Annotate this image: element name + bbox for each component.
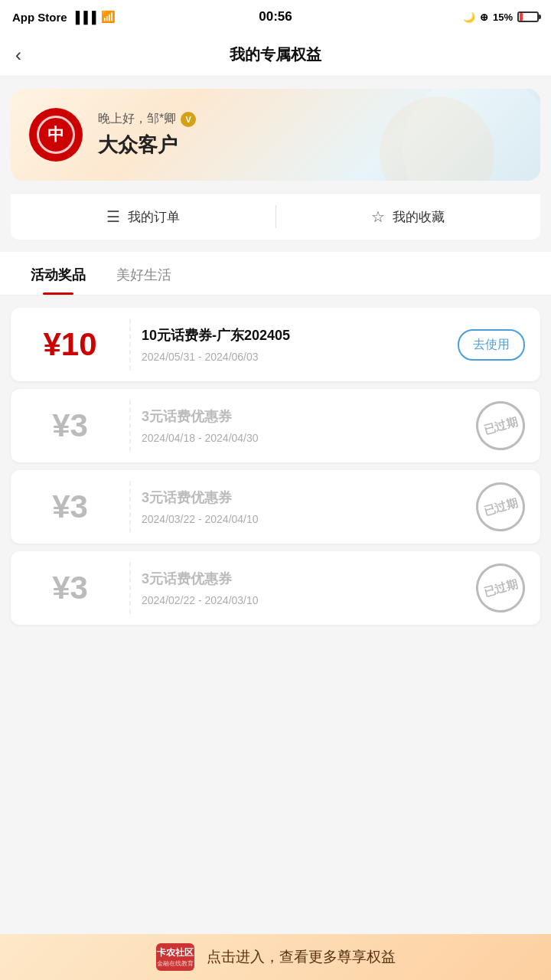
greeting-text: 晚上好，邹*卿 xyxy=(98,111,176,127)
amount-value-3: ¥3 xyxy=(52,488,88,525)
amount-value-1: ¥10 xyxy=(43,326,96,363)
status-time: 00:56 xyxy=(259,9,292,24)
bank-logo: 中 xyxy=(29,108,83,162)
expired-stamp-4: 已过期 xyxy=(471,558,530,618)
status-bar: App Store ▐▐▐ 📶 00:56 🌙 ⊕ 15% xyxy=(0,0,551,34)
user-level: 大众客户 xyxy=(98,132,196,158)
favorites-icon: ☆ xyxy=(371,207,385,226)
location-icon: ⊕ xyxy=(480,11,488,23)
status-right: 🌙 ⊕ 15% xyxy=(463,11,539,23)
orders-button[interactable]: ☰ 我的订单 xyxy=(11,194,276,240)
coupon-amount-4: ¥3 xyxy=(11,551,129,625)
signal-icon: ▐▐▐ xyxy=(72,11,96,24)
use-button-1[interactable]: 去使用 xyxy=(458,329,525,361)
battery-icon xyxy=(517,11,539,22)
quick-actions: ☰ 我的订单 ☆ 我的收藏 xyxy=(11,193,540,240)
nav-bar: ‹ 我的专属权益 xyxy=(0,34,551,77)
banner-logo-bottom: 金融在线教育 xyxy=(157,959,194,968)
coupon-name-1: 10元话费券-广东202405 xyxy=(142,326,430,345)
amount-value-2: ¥3 xyxy=(52,407,88,444)
orders-icon: ☰ xyxy=(106,207,120,226)
coupon-amount-3: ¥3 xyxy=(11,470,129,544)
coupon-item-4: ¥3 3元话费优惠券 2024/02/22 - 2024/03/10 已过期 xyxy=(11,551,540,625)
coupon-amount-2: ¥3 xyxy=(11,389,129,462)
coupon-info-1: 10元话费券-广东202405 2024/05/31 - 2024/06/03 xyxy=(129,312,442,377)
vip-badge: V xyxy=(181,112,196,127)
tab-activity-prizes[interactable]: 活动奖品 xyxy=(15,252,101,295)
coupon-amount-1: ¥10 xyxy=(11,308,129,381)
coupon-action-2: 已过期 xyxy=(461,401,540,450)
bank-logo-text: 中 xyxy=(47,123,64,146)
coupon-name-4: 3元话费优惠券 xyxy=(142,570,448,588)
user-info: 晚上好，邹*卿 V 大众客户 xyxy=(98,111,196,158)
expired-stamp-2: 已过期 xyxy=(471,396,530,456)
coupon-name-3: 3元话费优惠券 xyxy=(142,488,448,507)
coupon-item-3: ¥3 3元话费优惠券 2024/03/22 - 2024/04/10 已过期 xyxy=(11,470,540,544)
banner-logo: 卡农社区 金融在线教育 xyxy=(156,943,194,971)
back-button[interactable]: ‹ xyxy=(15,44,21,66)
user-greeting: 晚上好，邹*卿 V xyxy=(98,111,196,127)
coupon-name-2: 3元话费优惠券 xyxy=(142,407,448,426)
coupon-action-1[interactable]: 去使用 xyxy=(442,329,540,361)
coupon-date-2: 2024/04/18 - 2024/04/30 xyxy=(142,432,448,444)
page-title: 我的专属权益 xyxy=(230,44,321,65)
banner-logo-top: 卡农社区 xyxy=(157,946,194,959)
tab-good-life[interactable]: 美好生活 xyxy=(101,252,187,295)
battery-percent: 15% xyxy=(493,11,513,23)
favorites-label: 我的收藏 xyxy=(393,208,445,226)
coupon-item-1: ¥10 10元话费券-广东202405 2024/05/31 - 2024/06… xyxy=(11,308,540,381)
wifi-icon: 📶 xyxy=(101,10,116,24)
orders-label: 我的订单 xyxy=(128,208,180,226)
coupon-info-3: 3元话费优惠券 2024/03/22 - 2024/04/10 xyxy=(129,475,461,539)
coupon-item-2: ¥3 3元话费优惠券 2024/04/18 - 2024/04/30 已过期 xyxy=(11,389,540,462)
coupon-date-3: 2024/03/22 - 2024/04/10 xyxy=(142,513,448,525)
amount-value-4: ¥3 xyxy=(52,570,88,606)
tab-good-life-label: 美好生活 xyxy=(116,267,171,283)
coupon-action-4: 已过期 xyxy=(461,564,540,612)
status-left: App Store ▐▐▐ 📶 xyxy=(12,10,116,24)
coupon-list: ¥10 10元话费券-广东202405 2024/05/31 - 2024/06… xyxy=(0,302,551,631)
coupon-action-3: 已过期 xyxy=(461,482,540,531)
tabs-container: 活动奖品 美好生活 xyxy=(0,252,551,296)
coupon-date-4: 2024/02/22 - 2024/03/10 xyxy=(142,594,448,606)
coupon-info-2: 3元话费优惠券 2024/04/18 - 2024/04/30 xyxy=(129,394,461,458)
coupon-date-1: 2024/05/31 - 2024/06/03 xyxy=(142,351,430,363)
tab-activity-prizes-label: 活动奖品 xyxy=(31,267,86,283)
banner-text: 点击进入，查看更多尊享权益 xyxy=(207,947,396,967)
bottom-banner[interactable]: 卡农社区 金融在线教育 点击进入，查看更多尊享权益 xyxy=(0,934,551,980)
user-card: 中 晚上好，邹*卿 V 大众客户 xyxy=(11,89,540,181)
expired-stamp-3: 已过期 xyxy=(471,477,530,537)
favorites-button[interactable]: ☆ 我的收藏 xyxy=(276,194,541,240)
carrier-text: App Store xyxy=(12,11,67,24)
coupon-info-4: 3元话费优惠券 2024/02/22 - 2024/03/10 xyxy=(129,556,461,620)
moon-icon: 🌙 xyxy=(463,11,475,23)
